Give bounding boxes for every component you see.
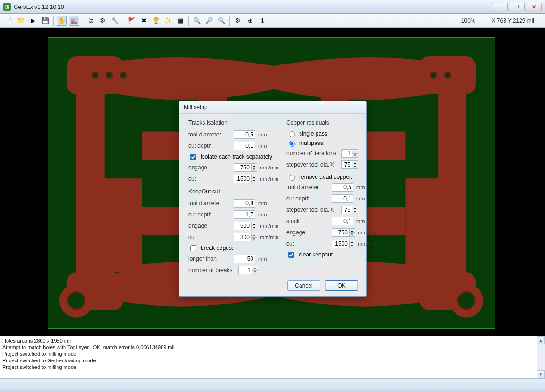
- rc-cut-spinner[interactable]: ▲▼: [332, 240, 355, 248]
- trophy-icon[interactable]: 🏆: [151, 16, 161, 26]
- grid-icon[interactable]: ▦: [175, 16, 186, 26]
- save-as-icon[interactable]: 💾: [40, 16, 50, 26]
- rc-tool-diameter-input[interactable]: [332, 183, 353, 192]
- minimize-button[interactable]: —: [492, 3, 508, 11]
- keepout-cut-input[interactable]: [234, 233, 251, 241]
- number-of-breaks-input[interactable]: [239, 266, 252, 274]
- zoom-out-icon[interactable]: 🔎: [204, 16, 214, 26]
- log-scrollbar[interactable]: ▲ ▼: [537, 336, 545, 378]
- longer-than-label: longer than: [188, 256, 231, 262]
- copper-residuals-heading: Copper residuals: [286, 120, 378, 126]
- remove-dead-copper-radio[interactable]: [289, 175, 295, 181]
- spin-up-icon[interactable]: ▲: [352, 161, 358, 165]
- tool-icon[interactable]: 🔧: [110, 16, 120, 26]
- isolate-each-track-label: isolate each track separately: [201, 153, 272, 160]
- spin-down-icon[interactable]: ▼: [251, 168, 257, 172]
- spin-up-icon[interactable]: ▲: [352, 150, 358, 154]
- cut-spinner[interactable]: ▲▼: [234, 175, 257, 183]
- spin-down-icon[interactable]: ▼: [252, 271, 258, 274]
- config-icon[interactable]: ⚙: [98, 16, 108, 26]
- iterations-spinner[interactable]: ▲▼: [341, 149, 358, 158]
- single-pass-radio[interactable]: [289, 131, 295, 137]
- building-icon[interactable]: 🏭: [69, 16, 79, 26]
- target-icon[interactable]: ⊕: [245, 16, 255, 26]
- stepover-spinner[interactable]: ▲▼: [341, 160, 358, 169]
- spin-up-icon[interactable]: ▲: [251, 222, 257, 226]
- keepout-engage-input[interactable]: [234, 222, 251, 230]
- toolbar-separator: [123, 16, 123, 26]
- stepover-input[interactable]: [342, 161, 352, 168]
- rc-stepover-label: stepover tool dia.%: [286, 207, 338, 213]
- keepout-tool-diameter-input[interactable]: [234, 199, 255, 208]
- remove-dead-copper-label: remove dead copper:: [299, 174, 352, 180]
- new-file-icon[interactable]: 📄: [3, 16, 14, 26]
- rc-engage-input[interactable]: [332, 229, 349, 236]
- hand-icon[interactable]: ✋: [57, 16, 67, 26]
- keepout-cut-depth-input[interactable]: [234, 210, 255, 219]
- info-icon[interactable]: ℹ: [257, 16, 268, 26]
- spin-down-icon[interactable]: ▼: [349, 233, 355, 237]
- gear-icon[interactable]: ⚙: [233, 16, 243, 26]
- rc-stepover-input[interactable]: [342, 206, 352, 214]
- longer-than-input[interactable]: [234, 255, 255, 263]
- number-of-breaks-label: number of breaks: [188, 267, 236, 273]
- spin-down-icon[interactable]: ▼: [349, 244, 355, 248]
- spin-down-icon[interactable]: ▼: [352, 154, 358, 158]
- spin-down-icon[interactable]: ▼: [251, 226, 257, 230]
- spin-down-icon[interactable]: ▼: [251, 179, 257, 183]
- unit-mm: mm: [258, 143, 278, 149]
- spin-down-icon[interactable]: ▼: [251, 238, 257, 241]
- keepout-cut-heading: KeepOut cut: [188, 188, 280, 195]
- layers-icon[interactable]: 🗂: [85, 16, 96, 26]
- status-bar: [0, 378, 545, 390]
- single-pass-label: single pass: [299, 130, 327, 137]
- keepout-cut-spinner[interactable]: ▲▼: [234, 233, 257, 241]
- zoom-in-icon[interactable]: 🔍: [192, 16, 202, 26]
- spin-down-icon[interactable]: ▼: [352, 210, 358, 214]
- rc-cut-input[interactable]: [332, 240, 349, 248]
- rc-cut-depth-input[interactable]: [332, 194, 353, 203]
- scroll-down-icon[interactable]: ▼: [537, 370, 545, 378]
- spin-up-icon[interactable]: ▲: [349, 240, 355, 244]
- ok-button[interactable]: OK: [325, 280, 358, 291]
- cancel-button[interactable]: Cancel: [287, 280, 320, 291]
- spin-up-icon[interactable]: ▲: [252, 266, 258, 271]
- engage-spinner[interactable]: ▲▼: [234, 163, 257, 172]
- keepout-tool-diameter-label: tool diameter: [188, 200, 231, 207]
- keepout-engage-spinner[interactable]: ▲▼: [234, 222, 257, 230]
- spin-up-icon[interactable]: ▲: [352, 206, 358, 210]
- break-edges-label: break edges:: [201, 245, 233, 251]
- clear-keepout-checkbox[interactable]: [288, 252, 294, 258]
- spin-up-icon[interactable]: ▲: [251, 233, 257, 238]
- cursor-coordinates: X:763 Y:2129 mil: [491, 17, 534, 24]
- cut-depth-input[interactable]: [234, 142, 255, 150]
- number-of-breaks-spinner[interactable]: ▲▼: [238, 266, 258, 274]
- wand-icon[interactable]: ✨: [163, 16, 173, 26]
- maximize-button[interactable]: ☐: [509, 3, 525, 11]
- save-icon[interactable]: ▶: [28, 16, 38, 26]
- window-titlebar: ◳ GerbEx v1.12.10.10 — ☐ ✕: [0, 0, 545, 14]
- break-edges-checkbox[interactable]: [190, 245, 196, 251]
- tool-diameter-input[interactable]: [234, 130, 255, 139]
- stock-input[interactable]: [332, 217, 353, 225]
- cut-speed-input[interactable]: [234, 175, 251, 183]
- close-button[interactable]: ✕: [526, 3, 542, 11]
- rc-stepover-spinner[interactable]: ▲▼: [341, 206, 358, 214]
- x-red-icon[interactable]: ✖: [138, 16, 149, 26]
- isolate-each-track-checkbox[interactable]: [190, 154, 196, 160]
- engage-input[interactable]: [234, 164, 251, 171]
- svg-point-11: [121, 72, 126, 78]
- pcb-canvas[interactable]: Mill setup Tracks isolation tool diamete…: [0, 28, 545, 336]
- app-icon: ◳: [3, 3, 11, 11]
- spin-up-icon[interactable]: ▲: [349, 229, 355, 233]
- open-folder-icon[interactable]: 📁: [16, 16, 26, 26]
- spin-up-icon[interactable]: ▲: [251, 164, 257, 168]
- spin-down-icon[interactable]: ▼: [352, 165, 358, 169]
- zoom-fit-icon[interactable]: 🔍: [216, 16, 227, 26]
- iterations-input[interactable]: [342, 150, 352, 157]
- flag-red-icon[interactable]: 🚩: [126, 16, 137, 26]
- rc-engage-spinner[interactable]: ▲▼: [332, 228, 355, 237]
- scroll-up-icon[interactable]: ▲: [537, 336, 545, 344]
- spin-up-icon[interactable]: ▲: [251, 175, 257, 179]
- multipass-radio[interactable]: [289, 141, 295, 147]
